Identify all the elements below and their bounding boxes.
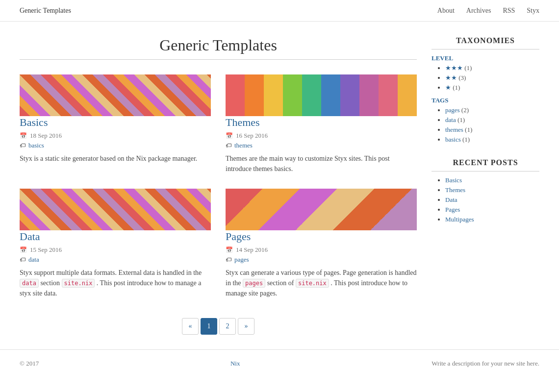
list-item: data (1)	[445, 116, 539, 124]
data-link[interactable]: data	[20, 279, 39, 287]
calendar-icon-themes	[226, 132, 233, 140]
post-tagline-pages: pages	[226, 256, 417, 264]
post-date-pages: 14 Sep 2016	[236, 246, 268, 254]
recent-pages-link[interactable]: Pages	[445, 206, 460, 213]
post-excerpt-data: Styx support multiple data formats. Exte…	[20, 268, 211, 298]
tags-list: pages (2) data (1) themes (1) basics (1)	[432, 106, 539, 144]
recent-themes-link[interactable]: Themes	[445, 186, 465, 194]
level-3star-link[interactable]: ★★★	[445, 64, 463, 72]
level-2star-link[interactable]: ★★	[445, 74, 457, 81]
tag-icon-themes	[226, 142, 231, 149]
post-date-basics: 18 Sep 2016	[30, 132, 62, 140]
tag-pages-link[interactable]: pages	[445, 106, 460, 114]
tag-basics-link[interactable]: basics	[445, 136, 461, 143]
pagination-prev[interactable]: «	[182, 318, 199, 335]
tag-icon-pages	[226, 256, 231, 264]
tag-pages-count: (2)	[461, 106, 469, 114]
nav-link-styx[interactable]: Styx	[527, 7, 539, 15]
post-image-themes	[226, 74, 417, 116]
tag-icon-basics	[20, 142, 25, 149]
sidebar-taxonomies: TAXONOMIES LEVEL ★★★ (1) ★★ (3) ★ (1) TA…	[432, 36, 539, 144]
recent-list: Basics Themes Data Pages Multipages	[432, 176, 539, 223]
pagination-page-2[interactable]: 2	[219, 318, 236, 335]
post-tagline-themes: themes	[226, 142, 417, 149]
main-content: Generic Templates Basics 18 Sep 2016 bas…	[20, 36, 417, 335]
post-date-data: 15 Sep 2016	[30, 246, 62, 254]
list-item: Data	[445, 196, 539, 204]
post-title-themes[interactable]: Themes	[226, 116, 260, 128]
post-date-themes: 16 Sep 2016	[236, 132, 268, 140]
footer-nix-link[interactable]: Nix	[230, 360, 240, 368]
tags-label: TAGS	[432, 97, 539, 104]
tag-icon-data	[20, 256, 25, 264]
post-card-pages: Pages 14 Sep 2016 pages Styx can generat…	[226, 189, 417, 298]
post-meta-pages: 14 Sep 2016	[226, 246, 417, 254]
tag-basics-count: (1)	[462, 136, 470, 143]
footer-copyright: © 2017	[20, 360, 39, 368]
list-item: ★★★ (1)	[445, 64, 539, 72]
nav-link-about[interactable]: About	[437, 7, 455, 15]
post-tag-data[interactable]: data	[28, 256, 39, 264]
post-title-data[interactable]: Data	[20, 230, 40, 243]
level-list: ★★★ (1) ★★ (3) ★ (1)	[432, 64, 539, 92]
page-container: Generic Templates Basics 18 Sep 2016 bas…	[10, 22, 549, 349]
tag-themes-count: (1)	[465, 126, 472, 133]
post-card-basics: Basics 18 Sep 2016 basics Styx is a stat…	[20, 74, 211, 174]
calendar-icon-basics	[20, 132, 27, 140]
recent-data-link[interactable]: Data	[445, 196, 457, 203]
post-tag-basics[interactable]: basics	[28, 142, 44, 149]
pages-link[interactable]: pages	[243, 279, 265, 287]
post-card-data: Data 15 Sep 2016 data Styx support multi…	[20, 189, 211, 298]
recent-heading: RECENT POSTS	[432, 158, 539, 172]
post-tag-themes[interactable]: themes	[234, 142, 253, 149]
post-excerpt-basics: Styx is a static site generator based on…	[20, 153, 211, 164]
level-3star-count: (1)	[464, 64, 472, 72]
pagination-next[interactable]: »	[238, 318, 254, 335]
post-meta-data: 15 Sep 2016	[20, 246, 211, 254]
post-title-basics[interactable]: Basics	[20, 116, 48, 128]
post-image-data	[20, 189, 211, 230]
tag-data-count: (1)	[457, 116, 465, 123]
tag-data-link[interactable]: data	[445, 116, 456, 123]
post-meta-themes: 16 Sep 2016	[226, 132, 417, 140]
post-excerpt-themes: Themes are the main way to customize Sty…	[226, 153, 417, 174]
post-image-basics	[20, 74, 211, 116]
navbar: Generic Templates About Archives RSS Sty…	[0, 0, 559, 22]
list-item: Multipages	[445, 216, 539, 223]
post-card-themes: Themes 16 Sep 2016 themes Themes are the…	[226, 74, 417, 174]
nav-brand: Generic Templates	[20, 7, 71, 15]
list-item: basics (1)	[445, 136, 539, 144]
post-excerpt-pages: Styx can generate a various type of page…	[226, 268, 417, 298]
post-tag-pages[interactable]: pages	[234, 256, 249, 264]
nav-link-rss[interactable]: RSS	[503, 7, 515, 15]
page-title: Generic Templates	[20, 36, 417, 54]
recent-basics-link[interactable]: Basics	[445, 176, 462, 184]
post-image-pages	[226, 189, 417, 230]
sidebar: TAXONOMIES LEVEL ★★★ (1) ★★ (3) ★ (1) TA…	[432, 36, 539, 335]
post-meta-basics: 18 Sep 2016	[20, 132, 211, 140]
list-item: ★★ (3)	[445, 74, 539, 82]
level-2star-count: (3)	[458, 74, 466, 81]
list-item: Basics	[445, 176, 539, 184]
level-label: LEVEL	[432, 54, 539, 62]
taxonomies-heading: TAXONOMIES	[432, 36, 539, 49]
list-item: pages (2)	[445, 106, 539, 114]
level-1star-link[interactable]: ★	[445, 84, 451, 91]
posts-grid: Basics 18 Sep 2016 basics Styx is a stat…	[20, 74, 417, 298]
recent-multipages-link[interactable]: Multipages	[445, 216, 474, 223]
list-item: Themes	[445, 186, 539, 194]
pagination: « 1 2 »	[20, 318, 417, 335]
pagination-page-1[interactable]: 1	[201, 318, 217, 335]
calendar-icon-data	[20, 246, 27, 254]
list-item: Pages	[445, 206, 539, 214]
title-divider	[20, 59, 417, 60]
list-item: ★ (1)	[445, 84, 539, 92]
footer: © 2017 Nix Write a description for your …	[0, 349, 559, 377]
post-tagline-basics: basics	[20, 142, 211, 149]
nav-link-archives[interactable]: Archives	[466, 7, 491, 15]
post-title-pages[interactable]: Pages	[226, 230, 251, 243]
tag-themes-link[interactable]: themes	[445, 126, 463, 133]
sidebar-recent: RECENT POSTS Basics Themes Data Pages Mu…	[432, 158, 539, 223]
list-item: themes (1)	[445, 126, 539, 134]
calendar-icon-pages	[226, 246, 233, 254]
